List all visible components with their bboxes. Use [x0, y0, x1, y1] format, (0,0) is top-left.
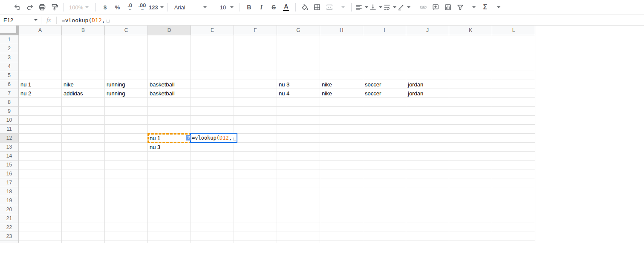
format-percent-button[interactable]: %	[112, 2, 123, 12]
formula-suffix: ,	[102, 17, 105, 23]
formula-input[interactable]: =vlookup(D12,	[62, 17, 110, 23]
filter-icon	[456, 3, 464, 11]
chevron-down-icon	[160, 6, 164, 8]
column-header-B[interactable]: B	[62, 26, 105, 35]
row-header-11[interactable]: 11	[0, 125, 19, 134]
cell-A7[interactable]: nu 2	[19, 89, 31, 98]
italic-button[interactable]: I	[256, 2, 267, 12]
text-color-button[interactable]: A	[280, 2, 292, 12]
cell-area[interactable]: ? =vlookup(D12, nu 1nikerunningbasketbal…	[19, 35, 535, 243]
chevron-down-icon	[497, 6, 500, 8]
functions-dropdown[interactable]	[492, 2, 503, 12]
font-family-select[interactable]: Arial	[171, 2, 208, 12]
cell-J6[interactable]: jordan	[406, 80, 423, 89]
cell-I7[interactable]: soccer	[363, 89, 381, 98]
undo-icon	[14, 3, 21, 11]
strikethrough-label: S	[272, 4, 276, 11]
text-wrap-button[interactable]	[383, 2, 396, 12]
cell-B6[interactable]: nike	[62, 80, 74, 89]
horizontal-align-button[interactable]	[355, 2, 368, 12]
insert-link-button[interactable]	[418, 2, 429, 12]
cell-B7[interactable]: addidas	[62, 89, 83, 98]
row-header-14[interactable]: 14	[0, 152, 19, 160]
cell-C7[interactable]: running	[105, 89, 125, 98]
row-header-23[interactable]: 23	[0, 232, 19, 241]
merge-cells-dropdown[interactable]	[336, 2, 348, 12]
print-icon	[38, 3, 46, 11]
row-header-20[interactable]: 20	[0, 205, 19, 214]
borders-icon	[313, 3, 321, 11]
row-header-7[interactable]: 7	[0, 89, 19, 98]
format-currency-button[interactable]: $	[99, 2, 111, 12]
row-header-17[interactable]: 17	[0, 178, 19, 187]
row-header-24[interactable]	[0, 241, 19, 243]
column-header-K[interactable]: K	[449, 26, 492, 35]
row-header-6[interactable]: 6	[0, 80, 19, 89]
undo-button[interactable]	[12, 2, 23, 12]
row-header-12[interactable]: 12	[0, 134, 19, 143]
filter-dropdown[interactable]	[467, 2, 479, 12]
column-header-E[interactable]: E	[191, 26, 234, 35]
insert-chart-button[interactable]	[442, 2, 454, 12]
borders-button[interactable]	[312, 2, 323, 12]
column-header-C[interactable]: C	[105, 26, 148, 35]
row-header-15[interactable]: 15	[0, 160, 19, 169]
row-header-2[interactable]: 2	[0, 44, 19, 53]
text-rotation-button[interactable]	[397, 2, 410, 12]
column-header-G[interactable]: G	[277, 26, 320, 35]
row-header-8[interactable]: 8	[0, 98, 19, 107]
row-header-9[interactable]: 9	[0, 107, 19, 116]
insert-comment-button[interactable]	[430, 2, 442, 12]
formula-help-icon[interactable]: ?	[186, 135, 191, 140]
cell-H6[interactable]: nike	[320, 80, 332, 89]
row-header-3[interactable]: 3	[0, 53, 19, 62]
cell-I6[interactable]: soccer	[363, 80, 381, 89]
chevron-down-icon	[472, 6, 476, 8]
filter-button[interactable]	[455, 2, 466, 12]
cell-D6[interactable]: basketball	[148, 80, 175, 89]
row-header-22[interactable]: 22	[0, 223, 19, 232]
cell-J7[interactable]: jordan	[406, 89, 423, 98]
cell-D13[interactable]: nu 3	[148, 143, 160, 152]
column-header-F[interactable]: F	[234, 26, 277, 35]
column-header-I[interactable]: I	[363, 26, 406, 35]
cell-H7[interactable]: nike	[320, 89, 332, 98]
font-size-select[interactable]: 10	[216, 2, 236, 12]
cell-editor[interactable]: =vlookup(D12,	[190, 133, 237, 143]
row-header-21[interactable]: 21	[0, 214, 19, 223]
column-header-J[interactable]: J	[406, 26, 449, 35]
cell-D12[interactable]: nu 1	[148, 134, 160, 143]
strikethrough-button[interactable]: S	[268, 2, 280, 12]
row-header-1[interactable]: 1	[0, 35, 19, 44]
cell-C6[interactable]: running	[105, 80, 125, 89]
row-header-4[interactable]: 4	[0, 62, 19, 71]
row-header-19[interactable]: 19	[0, 196, 19, 205]
cell-G6[interactable]: nu 3	[277, 80, 289, 89]
column-header-L[interactable]: L	[492, 26, 535, 35]
functions-button[interactable]: Σ	[479, 2, 491, 12]
cell-G7[interactable]: nu 4	[277, 89, 289, 98]
row-header-5[interactable]: 5	[0, 71, 19, 80]
print-button[interactable]	[36, 2, 48, 12]
more-formats-button[interactable]: 123	[149, 2, 164, 12]
vertical-align-button[interactable]	[369, 2, 382, 12]
cell-A6[interactable]: nu 1	[19, 80, 31, 89]
redo-button[interactable]	[24, 2, 35, 12]
decrease-decimal-button[interactable]: .0 ←	[124, 2, 136, 12]
cell-D7[interactable]: basketball	[148, 89, 175, 98]
row-header-18[interactable]: 18	[0, 187, 19, 196]
select-all-corner[interactable]	[0, 26, 19, 35]
zoom-select[interactable]: 100%	[67, 2, 92, 12]
column-header-D[interactable]: D	[148, 26, 191, 35]
column-header-H[interactable]: H	[320, 26, 363, 35]
increase-decimal-button[interactable]: .00 →	[136, 2, 148, 12]
row-header-13[interactable]: 13	[0, 143, 19, 152]
fill-color-button[interactable]	[299, 2, 311, 12]
row-header-16[interactable]: 16	[0, 169, 19, 178]
row-header-10[interactable]: 10	[0, 116, 19, 125]
paint-format-button[interactable]	[49, 2, 60, 12]
name-box[interactable]: E12	[0, 15, 41, 25]
merge-cells-button[interactable]	[324, 2, 335, 12]
bold-button[interactable]: B	[243, 2, 255, 12]
column-header-A[interactable]: A	[19, 26, 62, 35]
